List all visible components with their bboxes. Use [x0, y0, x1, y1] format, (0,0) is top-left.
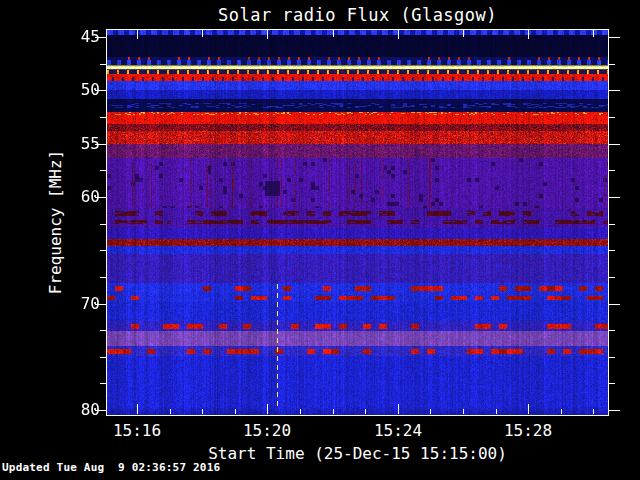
- x-tick-top: [267, 30, 268, 39]
- x-tick-top: [202, 30, 203, 37]
- y-minor-tick-right: [609, 170, 615, 171]
- x-minor-tick-bottom: [202, 409, 203, 414]
- y-tick-label: 45: [55, 28, 100, 46]
- y-minor-tick-right: [609, 357, 615, 358]
- x-minor-tick-bottom: [561, 409, 562, 414]
- y-minor-tick-left: [100, 277, 106, 278]
- x-minor-tick-bottom: [430, 409, 431, 414]
- x-minor-tick-bottom: [365, 409, 366, 414]
- y-minor-tick-right: [609, 330, 615, 331]
- y-tick-label: 55: [55, 135, 100, 153]
- x-minor-tick-bottom: [593, 409, 594, 414]
- y-minor-tick-left: [100, 224, 106, 225]
- y-minor-tick-right: [609, 277, 615, 278]
- y-minor-tick-left: [100, 383, 106, 384]
- y-tick-label: 80: [55, 401, 100, 419]
- y-minor-tick-right: [609, 224, 615, 225]
- x-minor-tick-bottom: [496, 409, 497, 414]
- y-tick-label: 50: [55, 81, 100, 99]
- x-tick-top: [463, 30, 464, 37]
- x-major-tick-bottom: [267, 404, 268, 414]
- y-tick-label: 60: [55, 188, 100, 206]
- y-minor-tick-left: [100, 250, 106, 251]
- y-tick-label: 70: [55, 295, 100, 313]
- y-major-tick-right: [609, 37, 620, 38]
- x-tick-top: [137, 30, 138, 39]
- y-major-tick-right: [609, 197, 620, 198]
- x-tick-top: [528, 30, 529, 39]
- updated-timestamp: Updated Tue Aug 9 02:36:57 2016: [2, 461, 220, 474]
- x-minor-tick-bottom: [333, 409, 334, 414]
- x-major-tick-bottom: [528, 404, 529, 414]
- x-tick-label: 15:16: [97, 423, 177, 439]
- y-minor-tick-right: [609, 250, 615, 251]
- y-major-tick-right: [609, 304, 620, 305]
- spectrogram-canvas: [107, 30, 608, 415]
- y-minor-tick-left: [100, 330, 106, 331]
- y-major-tick-right: [609, 410, 620, 411]
- y-minor-tick-left: [100, 64, 106, 65]
- y-minor-tick-left: [100, 117, 106, 118]
- x-tick-top: [333, 30, 334, 37]
- x-tick-top: [593, 30, 594, 37]
- x-minor-tick-bottom: [463, 409, 464, 414]
- y-minor-tick-left: [100, 170, 106, 171]
- y-major-tick-right: [609, 144, 620, 145]
- x-major-tick-bottom: [137, 404, 138, 414]
- x-tick-top: [398, 30, 399, 39]
- y-axis-title: Frequency [MHz]: [46, 150, 65, 295]
- x-minor-tick-bottom: [170, 409, 171, 414]
- y-minor-tick-right: [609, 383, 615, 384]
- y-minor-tick-right: [609, 117, 615, 118]
- y-minor-tick-right: [609, 64, 615, 65]
- y-major-tick-right: [609, 90, 620, 91]
- x-tick-label: 15:20: [227, 423, 307, 439]
- page-title: Solar radio Flux (Glasgow): [107, 5, 608, 25]
- y-minor-tick-left: [100, 357, 106, 358]
- x-tick-label: 15:28: [488, 423, 568, 439]
- x-tick-label: 15:24: [358, 423, 438, 439]
- solar-radio-spectrogram-page: Solar radio Flux (Glasgow) Frequency [MH…: [0, 0, 640, 480]
- x-minor-tick-bottom: [300, 409, 301, 414]
- x-major-tick-bottom: [398, 404, 399, 414]
- x-minor-tick-bottom: [235, 409, 236, 414]
